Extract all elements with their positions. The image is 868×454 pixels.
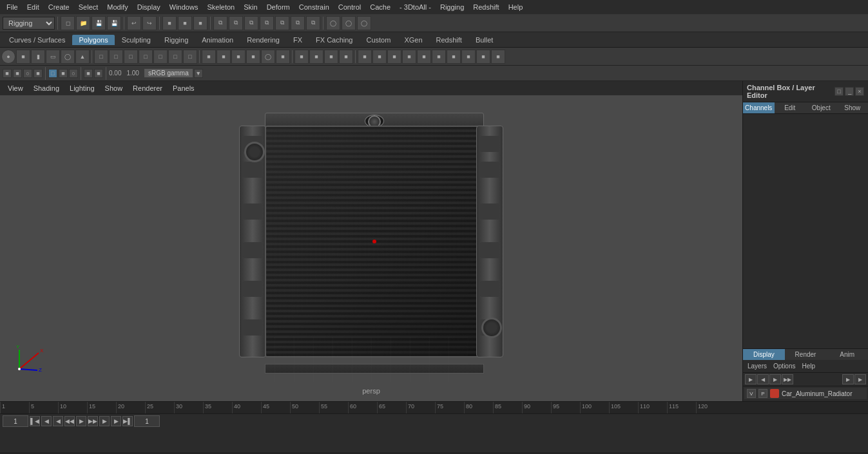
layer-next-icon[interactable]: ▶ bbox=[769, 374, 781, 384]
layer-remove-icon[interactable]: ▶ bbox=[854, 374, 866, 384]
paint-select-icon[interactable]: ■ bbox=[34, 69, 43, 78]
cube-icon[interactable]: ■ bbox=[16, 50, 30, 64]
render1-icon[interactable]: ◯ bbox=[326, 16, 340, 30]
layer-row[interactable]: V P Car_Aluminum_Radiator bbox=[744, 388, 867, 400]
snap2-icon[interactable]: ⧉ bbox=[229, 16, 243, 30]
select-icon[interactable]: ■ bbox=[231, 50, 246, 64]
save-as-icon[interactable]: 💾 bbox=[107, 16, 121, 30]
wireframe-icon[interactable]: □ bbox=[48, 69, 57, 78]
paint-icon[interactable]: ■ bbox=[217, 50, 231, 64]
grid-icon[interactable]: ■ bbox=[84, 69, 93, 78]
layers-menu-options[interactable]: Options bbox=[771, 362, 798, 370]
shaded-icon[interactable]: ■ bbox=[59, 69, 68, 78]
torus-icon[interactable]: ◯ bbox=[61, 50, 75, 64]
sphere-icon[interactable]: ● bbox=[1, 50, 15, 64]
tab-bullet[interactable]: Bullet bbox=[469, 35, 500, 45]
layers-tab-render[interactable]: Render bbox=[785, 349, 827, 360]
tab-sculpting[interactable]: Sculpting bbox=[115, 35, 157, 45]
snap7-icon[interactable]: ⧉ bbox=[306, 16, 320, 30]
retopo9-icon[interactable]: ■ bbox=[476, 50, 490, 64]
panel-float-icon[interactable]: □ bbox=[834, 87, 844, 96]
menu-cache[interactable]: Cache bbox=[366, 2, 394, 12]
combine-icon[interactable]: ■ bbox=[294, 50, 309, 64]
menu-rigging[interactable]: Rigging bbox=[436, 2, 468, 12]
menu-windows[interactable]: Windows bbox=[166, 2, 202, 12]
retopo2-icon[interactable]: ■ bbox=[372, 50, 387, 64]
vp-menu-renderer[interactable]: Renderer bbox=[129, 84, 166, 93]
retopo8-icon[interactable]: ■ bbox=[461, 50, 476, 64]
snap5-icon[interactable]: ⧉ bbox=[275, 16, 289, 30]
vp-menu-panels[interactable]: Panels bbox=[169, 84, 198, 93]
menu-help[interactable]: Help bbox=[505, 2, 527, 12]
boolean-icon[interactable]: ■ bbox=[339, 50, 353, 64]
play-forward-btn[interactable]: ▶▶ bbox=[88, 416, 98, 426]
menu-deform[interactable]: Deform bbox=[263, 2, 294, 12]
merge-icon[interactable]: □ bbox=[139, 50, 153, 64]
layer-create-icon[interactable]: ▶ bbox=[745, 374, 757, 384]
next-frame-btn[interactable]: ▶ bbox=[99, 416, 110, 426]
menu-skeleton[interactable]: Skeleton bbox=[203, 2, 238, 12]
xray-icon[interactable]: ○ bbox=[69, 69, 78, 78]
scale-icon[interactable]: ■ bbox=[276, 50, 290, 64]
retopo3-icon[interactable]: ■ bbox=[387, 50, 401, 64]
tool2-icon[interactable]: ■ bbox=[178, 16, 192, 30]
tab-rendering[interactable]: Rendering bbox=[240, 35, 286, 45]
tab-fx[interactable]: FX bbox=[287, 35, 309, 45]
undo-icon[interactable]: ↩ bbox=[127, 16, 141, 30]
panel-tab-show[interactable]: Show bbox=[837, 102, 869, 113]
menu-edit[interactable]: Edit bbox=[23, 2, 43, 12]
step-back-btn[interactable]: ◀ bbox=[41, 416, 52, 426]
mirror-icon[interactable]: ■ bbox=[324, 50, 338, 64]
layers-menu-help[interactable]: Help bbox=[799, 362, 818, 370]
menu-constrain[interactable]: Constrain bbox=[295, 2, 333, 12]
retopo10-icon[interactable]: ■ bbox=[491, 50, 505, 64]
panel-close-icon[interactable]: × bbox=[855, 87, 864, 96]
rotate-icon[interactable]: ◯ bbox=[261, 50, 275, 64]
play-reverse-btn[interactable]: ◀◀ bbox=[64, 416, 75, 426]
menu-modify[interactable]: Modify bbox=[103, 2, 131, 12]
retopo1-icon[interactable]: ■ bbox=[358, 50, 372, 64]
layer-add-icon[interactable]: ▶ bbox=[842, 374, 854, 384]
cylinder-icon[interactable]: ▮ bbox=[31, 50, 45, 64]
vp-menu-view[interactable]: View bbox=[4, 84, 27, 93]
bridge-icon[interactable]: □ bbox=[109, 50, 123, 64]
render3-icon[interactable]: ◯ bbox=[357, 16, 371, 30]
current-frame-input[interactable] bbox=[3, 415, 28, 427]
layer-playback-toggle[interactable]: P bbox=[758, 389, 767, 398]
save-file-icon[interactable]: 💾 bbox=[92, 16, 106, 30]
go-to-start-btn[interactable]: ▌◀ bbox=[30, 416, 40, 426]
3d-viewport[interactable]: View Shading Lighting Show Renderer Pane… bbox=[0, 81, 742, 401]
tab-redshift[interactable]: Redshift bbox=[430, 35, 468, 45]
play-btn[interactable]: ▶ bbox=[76, 416, 86, 426]
prev-frame-btn[interactable]: ◀ bbox=[53, 416, 63, 426]
menu-create[interactable]: Create bbox=[44, 2, 73, 12]
menu-file[interactable]: File bbox=[3, 2, 22, 12]
offset-loop-icon[interactable]: □ bbox=[183, 50, 197, 64]
bevel-icon[interactable]: □ bbox=[124, 50, 138, 64]
panel-tab-channels[interactable]: Channels bbox=[743, 102, 775, 113]
select-mode2-icon[interactable]: ■ bbox=[13, 69, 22, 78]
menu-3dtoall[interactable]: - 3DtoAll - bbox=[396, 2, 435, 12]
split-icon[interactable]: □ bbox=[153, 50, 168, 64]
retopo7-icon[interactable]: ■ bbox=[447, 50, 461, 64]
vp-menu-shading[interactable]: Shading bbox=[30, 84, 63, 93]
tool3-icon[interactable]: ■ bbox=[193, 16, 207, 30]
snap1-icon[interactable]: ⧉ bbox=[213, 16, 227, 30]
retopo4-icon[interactable]: ■ bbox=[402, 50, 416, 64]
step-forward-btn[interactable]: ▶ bbox=[111, 416, 121, 426]
tab-xgen[interactable]: XGen bbox=[398, 35, 429, 45]
gamma-selector[interactable]: sRGB gamma bbox=[144, 69, 193, 77]
layers-tab-display[interactable]: Display bbox=[743, 349, 785, 360]
menu-control[interactable]: Control bbox=[334, 2, 365, 12]
menu-redshift[interactable]: Redshift bbox=[469, 2, 503, 12]
layer-prev-icon[interactable]: ◀ bbox=[757, 374, 769, 384]
tab-custom[interactable]: Custom bbox=[360, 35, 398, 45]
frame-counter[interactable] bbox=[134, 415, 160, 427]
tab-rigging[interactable]: Rigging bbox=[158, 35, 195, 45]
tab-animation[interactable]: Animation bbox=[195, 35, 240, 45]
lasso-icon[interactable]: ○ bbox=[23, 69, 32, 78]
tab-polygons[interactable]: Polygons bbox=[72, 35, 114, 45]
separate-icon[interactable]: ■ bbox=[309, 50, 323, 64]
gamma-dropdown-icon[interactable]: ▼ bbox=[194, 69, 203, 78]
layer-visibility-toggle[interactable]: V bbox=[747, 389, 756, 398]
